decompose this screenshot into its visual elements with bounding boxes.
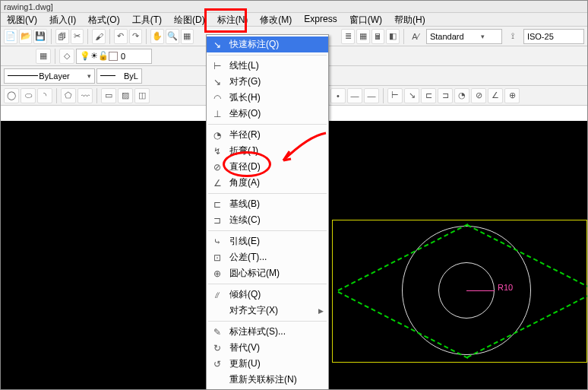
menu-item-align-text[interactable]: 对齐文字(X)▶ — [207, 303, 328, 319]
dim4-icon[interactable]: ⊐ — [438, 88, 453, 103]
menu-item-continue[interactable]: ⊐连续(C) — [207, 212, 328, 228]
dim-style-dropdown[interactable]: ISO-25 — [523, 29, 584, 44]
menu-item-angular[interactable]: ∠角度(A) — [207, 175, 328, 191]
paint-icon[interactable]: 🖌 — [92, 29, 106, 44]
separator — [96, 88, 97, 103]
pan-icon[interactable]: ✋ — [150, 29, 164, 44]
menu-help[interactable]: 帮助(H) — [388, 13, 432, 26]
poly-icon[interactable]: ⬠ — [61, 88, 76, 103]
submenu-arrow-icon: ▶ — [318, 307, 324, 315]
menu-item-label: 基线(B) — [229, 198, 324, 211]
menu-item-linear[interactable]: ⊢线性(L) — [207, 58, 328, 74]
menu-item-label: 连续(C) — [229, 214, 324, 227]
menu-separator — [208, 124, 327, 125]
dim8-icon[interactable]: ⊕ — [504, 88, 520, 103]
redo-icon[interactable]: ↷ — [129, 29, 143, 44]
dim-style-icon[interactable]: ⟟ — [505, 29, 520, 44]
menu-format[interactable]: 格式(O) — [82, 13, 125, 26]
menu-item-reassoc[interactable]: 重新关联标注(N) — [207, 372, 328, 388]
seg-icon[interactable]: — — [347, 88, 362, 103]
copy-icon[interactable]: 🗐 — [55, 29, 69, 44]
menu-item-baseline[interactable]: ⊏基线(B) — [207, 196, 328, 212]
misc-icon[interactable]: ▦ — [181, 29, 194, 44]
menu-modify[interactable]: 修改(M) — [254, 13, 298, 26]
dim7-icon[interactable]: ∠ — [488, 88, 503, 103]
undo-icon[interactable]: ↶ — [114, 29, 128, 44]
menu-separator — [208, 230, 327, 231]
separator — [55, 49, 55, 64]
layer-dropdown[interactable]: 💡 ☀ 🔓 0 — [76, 49, 152, 64]
separator — [403, 29, 404, 44]
p2-icon[interactable]: — — [364, 88, 379, 103]
menu-item-label: 坐标(O) — [229, 107, 324, 120]
dim1-icon[interactable]: ⊢ — [387, 88, 403, 103]
separator — [56, 88, 57, 103]
menu-item-center[interactable]: ⊕圆心标记(M) — [207, 265, 328, 281]
menu-item-aligned[interactable]: ↘对齐(G) — [207, 74, 328, 90]
menu-item-ordinate[interactable]: ⊥坐标(O) — [207, 106, 328, 122]
region-icon[interactable]: ◫ — [134, 88, 150, 103]
menu-window[interactable]: 窗口(W) — [343, 13, 388, 26]
hatch-icon[interactable]: ▨ — [118, 88, 133, 103]
save-icon[interactable]: 💾 — [33, 29, 47, 44]
menu-item-override[interactable]: ↻替代(V) — [207, 340, 328, 356]
menu-item-dimstyle[interactable]: ✎标注样式(S)... — [207, 324, 328, 340]
palette-icon[interactable]: ◧ — [386, 29, 400, 44]
layers-icon[interactable]: ≣ — [341, 29, 355, 44]
spline-icon[interactable]: 〰 — [77, 88, 93, 103]
dim5-icon[interactable]: ◔ — [454, 88, 469, 103]
new-icon[interactable]: 📄 — [4, 29, 17, 44]
dim3-icon[interactable]: ⊏ — [421, 88, 436, 103]
open-icon[interactable]: 📂 — [19, 29, 33, 44]
menu-item-leader[interactable]: ⤷引线(E) — [207, 233, 328, 249]
reassoc-icon — [211, 374, 223, 386]
menu-item-jogged[interactable]: ↯折弯(J) — [207, 143, 328, 159]
rect-icon[interactable]: ▭ — [101, 88, 116, 103]
separator — [146, 29, 147, 44]
text-style-icon[interactable]: A⁄ — [408, 29, 423, 44]
separator — [51, 29, 52, 44]
menu-item-update[interactable]: ↺更新(U) — [207, 356, 328, 372]
menu-draw[interactable]: 绘图(D) — [168, 13, 211, 26]
sun-icon: ☀ — [90, 51, 98, 61]
layer-props-icon[interactable]: ▦ — [36, 49, 51, 64]
dim-style-value: ISO-25 — [527, 32, 554, 41]
menu-item-oblique[interactable]: ⫽倾斜(Q) — [207, 287, 328, 303]
dim2-icon[interactable]: ↘ — [404, 88, 419, 103]
linetype-dropdown-1[interactable]: ByLayer ▾ — [4, 68, 95, 84]
cut-icon[interactable]: ✂ — [71, 29, 84, 44]
ellipse-icon[interactable]: ⬭ — [21, 88, 36, 103]
tolerance-icon: ⊡ — [211, 252, 223, 264]
menu-express[interactable]: Express — [298, 13, 343, 26]
linetype-dropdown-2[interactable]: ByL — [96, 68, 142, 84]
radius-icon: ◔ — [211, 129, 223, 141]
menu-view[interactable]: 视图(V) — [1, 13, 43, 26]
menu-item-label: 倾斜(Q) — [229, 288, 324, 301]
override-icon: ↻ — [211, 342, 223, 354]
dimension-dropdown-menu: ↘快速标注(Q)⊢线性(L)↘对齐(G)◠弧长(H)⊥坐标(O)◔半径(R)↯折… — [206, 34, 329, 390]
menu-item-radius[interactable]: ◔半径(R) — [207, 127, 328, 143]
separator — [109, 29, 110, 44]
menu-insert[interactable]: 插入(I) — [43, 13, 82, 26]
grid-icon[interactable]: ▦ — [356, 29, 370, 44]
separator — [383, 88, 384, 103]
menu-item-arc[interactable]: ◠弧长(H) — [207, 90, 328, 106]
menu-item-diameter[interactable]: ⊘直径(D) — [207, 159, 328, 175]
arc-draw-icon[interactable]: ◝ — [37, 88, 52, 103]
layer-iso-icon[interactable]: ◇ — [59, 49, 74, 64]
menu-item-quick[interactable]: ↘快速标注(Q) — [207, 36, 328, 52]
menu-item-label: 直径(D) — [229, 160, 324, 173]
leader-icon: ⤷ — [211, 236, 223, 248]
dim6-icon[interactable]: ⊘ — [471, 88, 486, 103]
zoom-icon[interactable]: 🔍 — [166, 29, 179, 44]
angular-icon: ∠ — [211, 177, 223, 189]
text-style-dropdown[interactable]: Standard ▾ — [426, 29, 502, 44]
calc-icon[interactable]: 🖩 — [371, 29, 385, 44]
circle-draw-icon[interactable]: ◯ — [4, 88, 19, 103]
menu-bar: 视图(V) 插入(I) 格式(O) 工具(T) 绘图(D) 标注(N) 修改(M… — [1, 13, 587, 27]
menu-item-label: 重新关联标注(N) — [229, 373, 324, 386]
menu-dimension[interactable]: 标注(N) — [211, 13, 254, 26]
menu-tools[interactable]: 工具(T) — [126, 13, 168, 26]
dot-icon[interactable]: • — [330, 88, 346, 103]
menu-item-tolerance[interactable]: ⊡公差(T)... — [207, 249, 328, 265]
